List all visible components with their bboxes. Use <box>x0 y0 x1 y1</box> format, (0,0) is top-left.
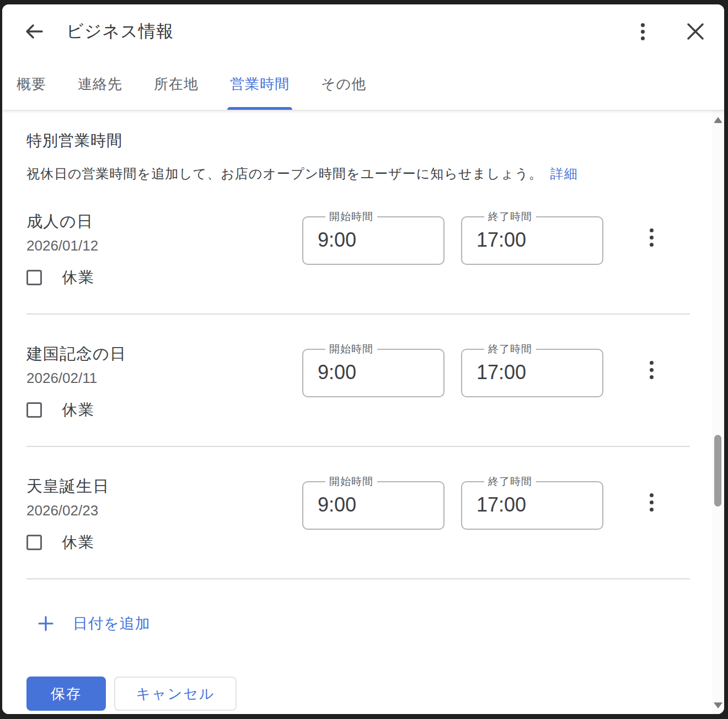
holiday-date: 2026/02/11 <box>26 370 302 386</box>
closed-checkbox[interactable] <box>26 402 42 418</box>
cancel-button[interactable]: キャンセル <box>114 677 237 711</box>
closed-option: 休業 <box>26 533 302 552</box>
back-arrow-icon[interactable] <box>22 19 46 44</box>
divider <box>26 578 690 579</box>
scrollbar[interactable] <box>712 110 724 714</box>
footer: 保存 キャンセル <box>26 677 690 711</box>
dialog-content: 特別営業時間 祝休日の営業時間を追加して、お店のオープン時間をユーザーに知らせま… <box>2 110 712 714</box>
kebab-dots <box>641 23 645 40</box>
end-time-field[interactable]: 終了時間 17:00 <box>461 342 603 397</box>
row-menu-kebab-icon[interactable] <box>645 489 658 516</box>
holiday-name: 建国記念の日 <box>26 344 302 363</box>
close-icon[interactable] <box>683 19 708 44</box>
holiday-name: 天皇誕生日 <box>26 477 302 496</box>
closed-label: 休業 <box>62 532 95 553</box>
end-time-field[interactable]: 終了時間 17:00 <box>461 210 603 265</box>
holiday-date: 2026/01/12 <box>26 237 302 254</box>
start-time-field[interactable]: 開始時間 9:00 <box>302 475 445 530</box>
overflow-menu-icon[interactable] <box>630 19 655 44</box>
start-time-label: 開始時間 <box>325 342 377 356</box>
row-menu-kebab-icon[interactable] <box>645 224 658 251</box>
end-time-label: 終了時間 <box>484 210 536 224</box>
row-menu-kebab-icon[interactable] <box>645 356 658 384</box>
closed-checkbox[interactable] <box>26 270 42 285</box>
add-date-label: 日付を追加 <box>73 614 151 633</box>
end-time-value[interactable]: 17:00 <box>477 228 602 252</box>
end-time-label: 終了時間 <box>484 475 536 489</box>
tab-contact[interactable]: 連絡先 <box>78 58 122 110</box>
tab-overview[interactable]: 概要 <box>17 58 46 110</box>
details-link[interactable]: 詳細 <box>550 166 578 181</box>
start-time-field[interactable]: 開始時間 9:00 <box>302 210 445 265</box>
holiday-row: 建国記念の日 2026/02/11 休業 開始時間 9:00 終了時間 17:0… <box>26 315 690 446</box>
tab-hours[interactable]: 営業時間 <box>230 58 290 110</box>
closed-label: 休業 <box>62 400 95 420</box>
holiday-info: 天皇誕生日 2026/02/23 休業 <box>26 475 302 552</box>
closed-option: 休業 <box>26 268 302 287</box>
end-time-label: 終了時間 <box>484 342 536 356</box>
closed-checkbox[interactable] <box>26 535 42 550</box>
plus-icon <box>38 615 54 632</box>
holiday-date: 2026/02/23 <box>26 502 302 519</box>
add-date-button[interactable]: 日付を追加 <box>38 614 690 633</box>
holiday-info: 建国記念の日 2026/02/11 休業 <box>26 342 302 419</box>
holiday-row: 成人の日 2026/01/12 休業 開始時間 9:00 終了時間 17:00 <box>26 182 690 313</box>
closed-label: 休業 <box>62 267 95 288</box>
tab-other[interactable]: その他 <box>321 58 366 110</box>
section-title: 特別営業時間 <box>26 130 690 151</box>
holiday-row: 天皇誕生日 2026/02/23 休業 開始時間 9:00 終了時間 17:00 <box>26 447 690 578</box>
start-time-value[interactable]: 9:00 <box>318 228 443 252</box>
start-time-label: 開始時間 <box>325 210 377 224</box>
start-time-label: 開始時間 <box>325 475 377 489</box>
scroll-up-icon[interactable] <box>714 117 722 123</box>
save-button[interactable]: 保存 <box>26 677 106 711</box>
tab-bar: 概要 連絡先 所在地 営業時間 その他 <box>2 58 724 110</box>
end-time-field[interactable]: 終了時間 17:00 <box>461 475 603 530</box>
dialog-title: ビジネス情報 <box>66 20 174 43</box>
holiday-info: 成人の日 2026/01/12 休業 <box>26 210 302 287</box>
holiday-name: 成人の日 <box>26 212 302 231</box>
tab-location[interactable]: 所在地 <box>154 58 199 110</box>
dialog-header: ビジネス情報 <box>2 4 724 58</box>
closed-option: 休業 <box>26 401 302 419</box>
scrollbar-thumb[interactable] <box>714 435 721 507</box>
start-time-value[interactable]: 9:00 <box>318 493 443 516</box>
business-info-dialog: ビジネス情報 概要 連絡先 所在地 営業時間 その他 特別営業時間 祝休日の営業… <box>2 4 724 714</box>
start-time-value[interactable]: 9:00 <box>318 361 443 384</box>
scroll-down-icon[interactable] <box>714 702 722 709</box>
description-text: 祝休日の営業時間を追加して、お店のオープン時間をユーザーに知らせましょう。 <box>26 166 543 181</box>
end-time-value[interactable]: 17:00 <box>477 493 602 516</box>
start-time-field[interactable]: 開始時間 9:00 <box>302 342 445 397</box>
section-description: 祝休日の営業時間を追加して、お店のオープン時間をユーザーに知らせましょう。詳細 <box>26 166 690 182</box>
end-time-value[interactable]: 17:00 <box>477 361 602 384</box>
